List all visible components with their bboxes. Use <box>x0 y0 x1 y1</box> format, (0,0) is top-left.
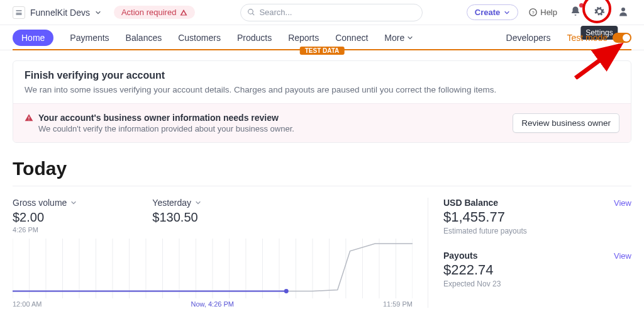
chevron-down-icon <box>95 9 101 16</box>
verify-heading: Finish verifying your account <box>25 70 619 81</box>
svg-point-30 <box>284 289 289 293</box>
help-button[interactable]: ? Help <box>528 8 557 17</box>
workspace-selector[interactable]: FunnelKit Devs <box>13 6 101 19</box>
gross-volume-label: Gross volume <box>13 198 67 208</box>
page-title: Today <box>13 158 631 179</box>
nav-products[interactable]: Products <box>237 33 272 43</box>
yesterday-selector[interactable]: Yesterday <box>152 198 201 208</box>
help-label: Help <box>540 8 557 17</box>
nav-more-label: More <box>384 33 404 43</box>
nav-payments[interactable]: Payments <box>70 33 109 43</box>
verify-alert-sub: We couldn't verify the information provi… <box>38 124 513 133</box>
payouts-sub: Expected Nov 23 <box>443 279 631 288</box>
yesterday-label: Yesterday <box>152 198 191 208</box>
chevron-down-icon <box>407 35 413 41</box>
gross-volume-selector[interactable]: Gross volume <box>13 198 77 208</box>
nav-connect[interactable]: Connect <box>335 33 368 43</box>
payouts-title: Payouts <box>443 251 614 261</box>
test-data-pill: TEST DATA <box>300 47 345 55</box>
verify-body: We ran into some issues verifying your a… <box>25 85 619 94</box>
nav-home[interactable]: Home <box>13 30 53 46</box>
workspace-logo <box>13 6 25 19</box>
action-required-label: Action required <box>121 8 176 17</box>
warning-icon <box>25 113 33 122</box>
search-icon <box>247 8 255 16</box>
usd-balance-value: $1,455.77 <box>443 209 631 225</box>
payouts-value: $222.74 <box>443 262 631 278</box>
verify-alert-title: Your account's business owner informatio… <box>38 113 279 123</box>
create-button[interactable]: Create <box>467 4 518 20</box>
search-placeholder: Search... <box>259 8 292 17</box>
nav-balances[interactable]: Balances <box>126 33 162 43</box>
nav-more[interactable]: More <box>384 33 413 43</box>
test-mode-label: Test mode <box>567 33 608 43</box>
svg-text:?: ? <box>532 10 535 16</box>
gross-volume-value: $2.00 <box>13 210 77 225</box>
usd-balance-title: USD Balance <box>443 198 614 208</box>
nav-developers[interactable]: Developers <box>506 33 551 43</box>
create-label: Create <box>475 8 500 17</box>
svg-rect-0 <box>16 10 22 11</box>
warning-icon <box>180 9 187 16</box>
gross-volume-time: 4:26 PM <box>13 226 77 234</box>
help-icon: ? <box>528 8 538 17</box>
bell-icon <box>570 6 581 17</box>
verify-alert: Your account's business owner informatio… <box>13 103 631 142</box>
usd-balance-sub: Estimated future payouts <box>443 227 631 235</box>
profile-button[interactable] <box>615 3 631 21</box>
chart-x-start: 12:00 AM <box>13 300 42 308</box>
chevron-down-icon <box>195 200 201 206</box>
yesterday-value: $130.50 <box>152 210 201 225</box>
verify-account-card: Finish verifying your account We ran int… <box>13 60 631 143</box>
avatar-icon <box>618 6 629 17</box>
test-mode: Test mode <box>567 33 631 43</box>
svg-point-4 <box>621 8 625 11</box>
chart-x-end: 11:59 PM <box>383 300 413 308</box>
test-mode-toggle[interactable] <box>613 33 631 43</box>
svg-rect-1 <box>16 13 22 15</box>
payouts-view-link[interactable]: View <box>614 251 631 261</box>
chevron-down-icon <box>70 200 77 206</box>
nav-customers[interactable]: Customers <box>178 33 221 43</box>
notifications-button[interactable] <box>567 3 584 21</box>
workspace-name: FunnelKit Devs <box>30 8 90 18</box>
nav-reports[interactable]: Reports <box>288 33 319 43</box>
review-business-owner-button[interactable]: Review business owner <box>513 113 619 133</box>
usd-balance-view-link[interactable]: View <box>614 198 631 208</box>
gross-volume-chart <box>13 239 413 299</box>
search-input[interactable]: Search... <box>240 4 423 21</box>
action-required-badge[interactable]: Action required <box>114 6 195 19</box>
chart-x-now: Now, 4:26 PM <box>191 300 233 308</box>
chevron-down-icon <box>504 9 510 16</box>
